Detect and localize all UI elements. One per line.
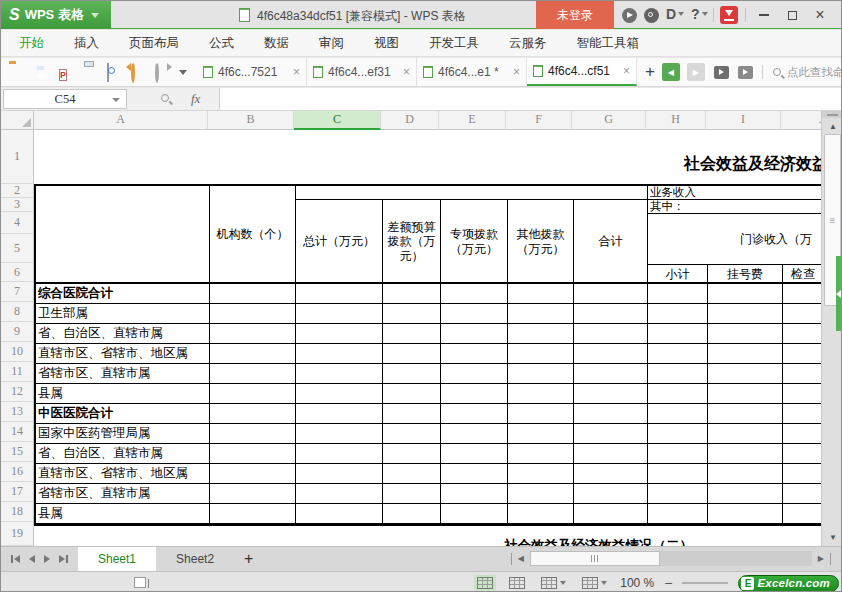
print-icon[interactable]	[81, 64, 97, 80]
column-header-A[interactable]: A	[34, 111, 208, 130]
row-label-cell[interactable]: 中医医院合计	[36, 404, 210, 423]
row-label-cell[interactable]: 省辖市区、直辖市属	[36, 484, 210, 503]
undo-icon[interactable]	[129, 64, 145, 80]
cell[interactable]	[383, 284, 441, 303]
next-sheet-button[interactable]	[44, 555, 50, 563]
zoom-out-button[interactable]: −	[664, 575, 672, 591]
cell[interactable]	[210, 424, 296, 443]
cell[interactable]	[783, 444, 821, 463]
cell[interactable]	[708, 504, 783, 523]
cell[interactable]	[210, 364, 296, 383]
cell[interactable]	[441, 404, 508, 423]
cell[interactable]	[441, 324, 508, 343]
cell[interactable]	[383, 364, 441, 383]
cell[interactable]	[574, 324, 648, 343]
cell[interactable]	[441, 424, 508, 443]
row-label-cell[interactable]: 县属	[36, 504, 210, 523]
cell[interactable]	[508, 504, 574, 523]
cell[interactable]	[708, 304, 783, 323]
row-header-16[interactable]: 16	[1, 462, 34, 482]
cell[interactable]	[508, 344, 574, 363]
reading-mode-button[interactable]	[579, 575, 610, 591]
open-icon[interactable]	[9, 64, 25, 80]
cell[interactable]	[708, 324, 783, 343]
cell[interactable]	[383, 504, 441, 523]
page-break-view-button[interactable]	[538, 575, 569, 591]
scroll-down-button[interactable]: ▼	[822, 529, 842, 546]
new-document-button[interactable]: +	[645, 62, 655, 82]
row-label-cell[interactable]: 综合医院合计	[36, 284, 210, 303]
column-header-B[interactable]: B	[208, 111, 294, 130]
cell[interactable]	[708, 284, 783, 303]
row-header-9[interactable]: 9	[1, 322, 34, 342]
splitter-handle[interactable]	[830, 553, 831, 565]
cell[interactable]	[648, 464, 708, 483]
row-header-11[interactable]: 11	[1, 362, 34, 382]
row-header-3[interactable]: 3	[1, 198, 34, 212]
menu-tab-审阅[interactable]: 审阅	[319, 35, 344, 52]
cell[interactable]	[574, 484, 648, 503]
row-header-12[interactable]: 12	[1, 382, 34, 402]
play-presentation-icon[interactable]	[714, 66, 729, 79]
row-label-cell[interactable]: 国家中医药管理局属	[36, 424, 210, 443]
scroll-left-button[interactable]: ◀	[518, 554, 524, 563]
document-tab[interactable]: 4f6c...7521×	[197, 58, 307, 86]
cell[interactable]	[783, 484, 821, 503]
menu-tab-数据[interactable]: 数据	[264, 35, 289, 52]
row-header-10[interactable]: 10	[1, 342, 34, 362]
sheet-canvas[interactable]: 社会效益及经济效益情 机构数（个） 总计（万元） 差额预算拨款（万元） 专项拨款…	[34, 130, 821, 546]
cell[interactable]	[508, 464, 574, 483]
cell[interactable]	[783, 324, 821, 343]
cell[interactable]	[783, 404, 821, 423]
cell[interactable]	[441, 384, 508, 403]
menu-tab-开发工具[interactable]: 开发工具	[429, 35, 479, 52]
cell[interactable]	[441, 464, 508, 483]
cell[interactable]	[783, 304, 821, 323]
row-header-13[interactable]: 13	[1, 402, 34, 422]
menu-tab-页面布局[interactable]: 页面布局	[129, 35, 179, 52]
formula-input[interactable]	[219, 88, 842, 110]
cell[interactable]	[210, 324, 296, 343]
cell[interactable]	[508, 404, 574, 423]
cell[interactable]	[783, 344, 821, 363]
row-label-cell[interactable]: 卫生部属	[36, 304, 210, 323]
last-sheet-button[interactable]	[59, 555, 68, 563]
cell[interactable]	[441, 504, 508, 523]
close-tab-icon[interactable]: ×	[623, 64, 630, 78]
cell[interactable]	[296, 364, 383, 383]
next-tab-button[interactable]: ▶	[687, 63, 705, 81]
download-icon[interactable]	[720, 6, 738, 24]
cell[interactable]	[708, 344, 783, 363]
cell[interactable]	[296, 444, 383, 463]
row-header-4[interactable]: 4	[1, 212, 34, 234]
row-header-7[interactable]: 7	[1, 282, 34, 302]
cell[interactable]	[508, 484, 574, 503]
column-header-G[interactable]: G	[572, 111, 646, 130]
cell[interactable]	[383, 384, 441, 403]
cell[interactable]	[708, 484, 783, 503]
menu-tab-云服务[interactable]: 云服务	[509, 35, 547, 52]
maximize-button[interactable]	[781, 6, 803, 24]
cell[interactable]	[296, 304, 383, 323]
splitter-handle[interactable]	[511, 553, 512, 565]
cell[interactable]	[708, 384, 783, 403]
magnifier-icon[interactable]	[161, 94, 169, 102]
column-header-I[interactable]: I	[706, 111, 781, 130]
page-layout-view-button[interactable]	[506, 575, 528, 591]
toolbar-dropdown-icon[interactable]	[179, 70, 187, 75]
cell[interactable]	[574, 284, 648, 303]
row-header-2[interactable]: 2	[1, 184, 34, 198]
scroll-right-button[interactable]: ▶	[818, 554, 824, 563]
prev-sheet-button[interactable]	[29, 555, 35, 563]
cell[interactable]	[574, 364, 648, 383]
scrollbar-green-marker[interactable]	[836, 256, 842, 331]
cell[interactable]	[508, 444, 574, 463]
cell[interactable]	[296, 404, 383, 423]
cell[interactable]	[574, 504, 648, 523]
header-cell-diff-budget[interactable]: 差额预算拨款（万元）	[383, 200, 441, 284]
cell[interactable]	[508, 304, 574, 323]
cell[interactable]	[574, 384, 648, 403]
cell[interactable]	[383, 444, 441, 463]
cell[interactable]	[210, 484, 296, 503]
cell[interactable]	[383, 324, 441, 343]
